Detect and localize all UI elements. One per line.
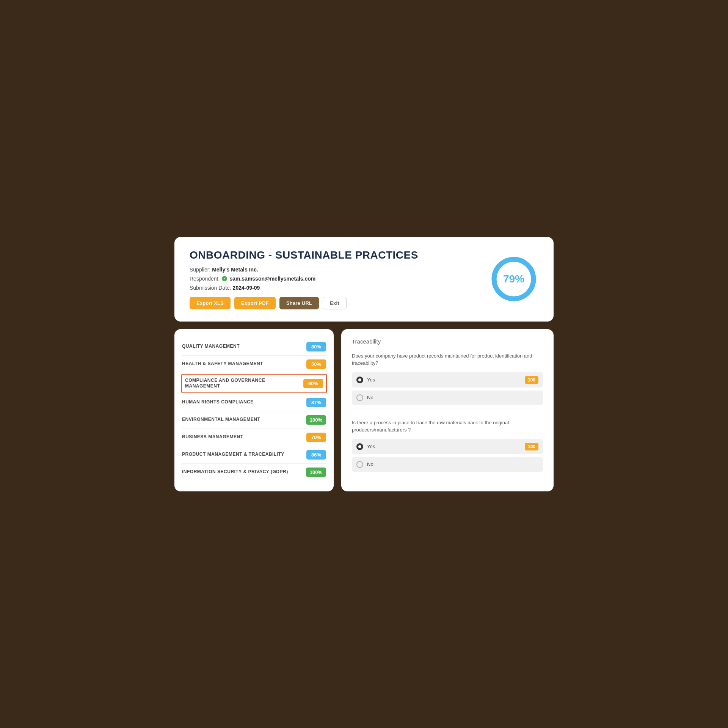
categories-list: QUALITY MANAGEMENT80%HEALTH & SAFETY MAN… <box>182 338 326 481</box>
categories-card: QUALITY MANAGEMENT80%HEALTH & SAFETY MAN… <box>174 329 334 491</box>
answer-label: No <box>367 461 538 467</box>
radio-button[interactable] <box>356 377 363 383</box>
category-score-badge: 50% <box>306 359 326 369</box>
radio-button[interactable] <box>356 394 363 401</box>
category-score-badge: 86% <box>306 450 326 460</box>
header-card: ONBOARDING - SUSTAINABLE PRACTICES Suppl… <box>174 237 554 322</box>
supplier-label: Supplier: <box>190 267 210 273</box>
question-block: Does your company have product records m… <box>352 352 543 408</box>
export-pdf-button[interactable]: Export PDF <box>234 297 276 309</box>
score-label: 79% <box>503 273 524 285</box>
category-item[interactable]: HUMAN RIGHTS COMPLIANCE87% <box>182 394 326 411</box>
questions-list: Does your company have product records m… <box>352 352 543 472</box>
category-score-badge: 100% <box>306 415 326 425</box>
category-item[interactable]: BUSINESS MANAGEMENT70% <box>182 429 326 446</box>
exit-button[interactable]: Exit <box>323 297 347 309</box>
question-text: Is there a process in place to trace the… <box>352 419 543 434</box>
radio-button[interactable] <box>356 461 363 468</box>
category-name: QUALITY MANAGEMENT <box>182 344 303 350</box>
buttons-row: Export XLS Export PDF Share URL Exit <box>190 297 489 309</box>
category-score-badge: 87% <box>306 398 326 407</box>
verified-icon <box>222 276 227 281</box>
respondent-email: sam.samsson@mellysmetals.com <box>229 276 315 282</box>
section-title: Traceability <box>352 338 543 345</box>
category-name: PRODUCT MANAGEMENT & TRACEABILITY <box>182 452 303 458</box>
page-title: ONBOARDING - SUSTAINABLE PRACTICES <box>190 249 489 261</box>
supplier-name: Melly's Metals Inc. <box>212 267 258 273</box>
category-name: HUMAN RIGHTS COMPLIANCE <box>182 399 303 405</box>
category-item[interactable]: PRODUCT MANAGEMENT & TRACEABILITY86% <box>182 446 326 464</box>
respondent-label: Respondent: <box>190 276 220 282</box>
export-xls-button[interactable]: Export XLS <box>190 297 231 309</box>
answer-option[interactable]: Yes100 <box>352 439 543 454</box>
main-container: ONBOARDING - SUSTAINABLE PRACTICES Suppl… <box>174 237 554 491</box>
answer-label: No <box>367 395 538 400</box>
category-score-badge: 100% <box>306 468 326 477</box>
answer-score-badge: 100 <box>525 376 538 384</box>
questions-card: Traceability Does your company have prod… <box>341 329 554 491</box>
category-item[interactable]: ENVIRONMENTAL MANAGEMENT100% <box>182 411 326 429</box>
category-name: INFORMATION SECURITY & PRIVACY (GDPR) <box>182 469 303 475</box>
category-score-badge: 70% <box>306 433 326 442</box>
category-name: ENVIRONMENTAL MANAGEMENT <box>182 417 303 423</box>
answer-score-badge: 100 <box>525 443 538 450</box>
radio-button[interactable] <box>356 443 363 450</box>
category-score-badge: 80% <box>306 342 326 351</box>
category-item[interactable]: QUALITY MANAGEMENT80% <box>182 338 326 356</box>
category-item[interactable]: COMPLIANCE AND GOVERNANCE MANAGEMENT60% <box>181 374 327 393</box>
supplier-row: Supplier: Melly's Metals Inc. <box>190 267 489 273</box>
question-divider <box>352 408 543 408</box>
category-name: BUSINESS MANAGEMENT <box>182 434 303 440</box>
header-content: ONBOARDING - SUSTAINABLE PRACTICES Suppl… <box>190 249 489 309</box>
category-item[interactable]: INFORMATION SECURITY & PRIVACY (GDPR)100… <box>182 464 326 481</box>
respondent-row: Respondent: sam.samsson@mellysmetals.com <box>190 276 489 282</box>
submission-date: 2024-09-09 <box>233 285 260 291</box>
answer-label: Yes <box>367 444 521 449</box>
question-block: Is there a process in place to trace the… <box>352 419 543 472</box>
submission-label: Submission Date: <box>190 285 231 291</box>
answer-option[interactable]: No <box>352 391 543 405</box>
submission-row: Submission Date: 2024-09-09 <box>190 285 489 291</box>
category-item[interactable]: HEALTH & SAFETY MANAGEMENT50% <box>182 356 326 373</box>
question-text: Does your company have product records m… <box>352 352 543 367</box>
category-name: HEALTH & SAFETY MANAGEMENT <box>182 361 303 367</box>
category-name: COMPLIANCE AND GOVERNANCE MANAGEMENT <box>185 378 300 389</box>
category-score-badge: 60% <box>303 379 323 388</box>
share-url-button[interactable]: Share URL <box>279 297 319 309</box>
answer-option[interactable]: No <box>352 457 543 472</box>
answer-label: Yes <box>367 377 521 383</box>
answer-option[interactable]: Yes100 <box>352 372 543 388</box>
score-donut: 79% <box>489 254 538 304</box>
bottom-section: QUALITY MANAGEMENT80%HEALTH & SAFETY MAN… <box>174 329 554 491</box>
